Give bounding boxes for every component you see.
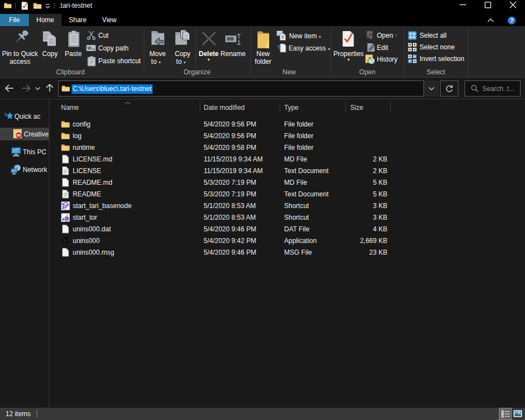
svg-text:?: ?: [510, 17, 514, 24]
